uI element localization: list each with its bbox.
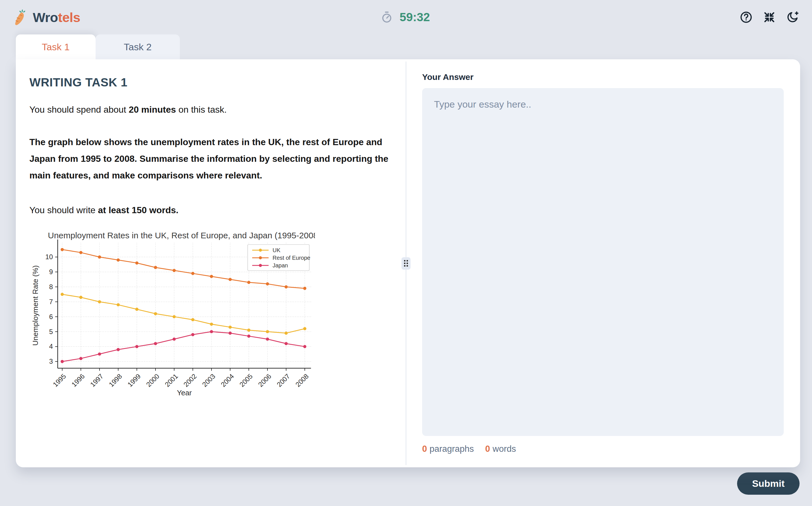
paragraph-count: 0paragraphs xyxy=(422,444,474,454)
svg-text:2002: 2002 xyxy=(182,372,198,388)
svg-text:Japan: Japan xyxy=(273,262,288,268)
svg-text:3: 3 xyxy=(49,357,53,365)
svg-text:7: 7 xyxy=(49,298,53,305)
dark-mode-button[interactable] xyxy=(786,11,799,24)
svg-text:8: 8 xyxy=(49,283,53,290)
chart-container: 3456789101995199619971998199920002001200… xyxy=(29,232,315,399)
submit-button[interactable]: Submit xyxy=(737,473,800,495)
svg-text:9: 9 xyxy=(49,268,53,276)
svg-text:1999: 1999 xyxy=(126,372,142,388)
svg-text:4: 4 xyxy=(49,342,53,350)
task-card: WRITING TASK 1 You should spend about 20… xyxy=(16,59,800,467)
pane-divider xyxy=(406,62,406,465)
answer-pane: Your Answer 0paragraphs 0words xyxy=(406,59,800,467)
drag-handle-icon[interactable] xyxy=(401,257,411,270)
task-heading: WRITING TASK 1 xyxy=(29,76,392,89)
compress-button[interactable] xyxy=(763,11,776,24)
task-time-note: You should spend about 20 minutes on thi… xyxy=(29,103,392,116)
svg-text:2007: 2007 xyxy=(275,372,291,388)
svg-text:Year: Year xyxy=(177,389,192,397)
answer-label: Your Answer xyxy=(422,72,784,82)
svg-text:10: 10 xyxy=(45,253,53,261)
svg-text:2004: 2004 xyxy=(219,372,235,388)
svg-text:Unemployment Rates in the UK,: Unemployment Rates in the UK, Rest of Eu… xyxy=(48,232,315,240)
svg-text:1998: 1998 xyxy=(108,372,124,388)
svg-text:6: 6 xyxy=(49,313,53,320)
svg-text:2008: 2008 xyxy=(294,372,310,388)
svg-text:Rest of Europe: Rest of Europe xyxy=(273,255,310,261)
app-header: Wrotels 59:32 xyxy=(0,0,812,34)
svg-text:5: 5 xyxy=(49,328,53,335)
task-prompt: The graph below shows the unemployment r… xyxy=(29,134,392,184)
help-button[interactable] xyxy=(740,11,753,24)
timer-value: 59:32 xyxy=(400,10,430,24)
app-title: Wrotels xyxy=(33,10,80,25)
svg-text:2005: 2005 xyxy=(238,372,254,388)
word-count: 0words xyxy=(485,444,516,454)
stopwatch-icon xyxy=(380,11,393,24)
svg-text:2006: 2006 xyxy=(257,372,273,388)
task-word-note: You should write at least 150 words. xyxy=(29,203,392,217)
timer: 59:32 xyxy=(380,10,430,24)
svg-text:Unemployment Rate (%): Unemployment Rate (%) xyxy=(31,265,40,346)
task-pane: WRITING TASK 1 You should spend about 20… xyxy=(16,59,406,467)
svg-text:1995: 1995 xyxy=(52,372,68,388)
svg-text:UK: UK xyxy=(273,247,280,253)
carrot-icon xyxy=(11,8,28,26)
svg-text:2000: 2000 xyxy=(145,372,161,388)
unemployment-chart: 3456789101995199619971998199920002001200… xyxy=(29,232,315,399)
tab-task-2[interactable]: Task 2 xyxy=(95,34,180,59)
svg-text:2001: 2001 xyxy=(163,372,180,388)
task-tabbar: Task 1 Task 2 xyxy=(0,34,812,59)
svg-text:1996: 1996 xyxy=(70,372,86,388)
tab-task-1[interactable]: Task 1 xyxy=(16,34,95,59)
svg-text:2003: 2003 xyxy=(201,372,217,388)
footer: Submit xyxy=(0,467,812,495)
answer-stats: 0paragraphs 0words xyxy=(422,444,784,454)
svg-text:1997: 1997 xyxy=(89,372,105,388)
essay-input[interactable] xyxy=(422,88,784,436)
